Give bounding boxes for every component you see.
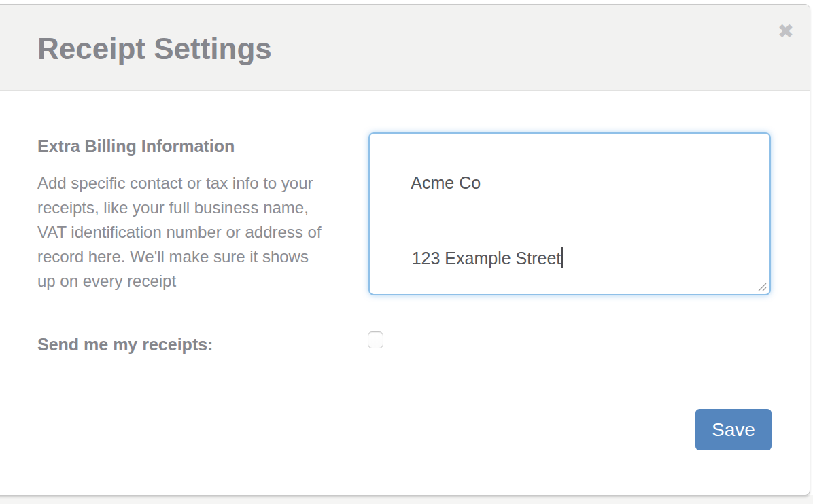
resize-handle-icon[interactable]: [757, 281, 767, 291]
text-cursor-caret: [561, 247, 563, 268]
close-icon: ✖: [778, 20, 794, 43]
save-button[interactable]: Save: [695, 409, 772, 450]
textarea-text: Acme Co: [411, 173, 481, 192]
textarea-line: Acme Co: [383, 145, 756, 221]
billing-heading: Extra Billing Information: [37, 136, 235, 156]
textarea-text: 123 Example Street: [412, 249, 561, 268]
billing-description: Add specific contact or tax info to your…: [37, 171, 326, 293]
extra-billing-textarea[interactable]: Acme Co 123 Example Street: [368, 132, 771, 295]
textarea-line: 123 Example Street: [383, 221, 756, 296]
modal-title: Receipt Settings: [37, 30, 272, 68]
close-button[interactable]: ✖: [769, 15, 802, 48]
page: Receipt Settings ✖ Extra Billing Informa…: [0, 0, 813, 504]
page-background: [0, 495, 813, 504]
send-receipts-label: Send me my receipts:: [37, 334, 213, 355]
send-receipts-checkbox[interactable]: [368, 331, 383, 348]
